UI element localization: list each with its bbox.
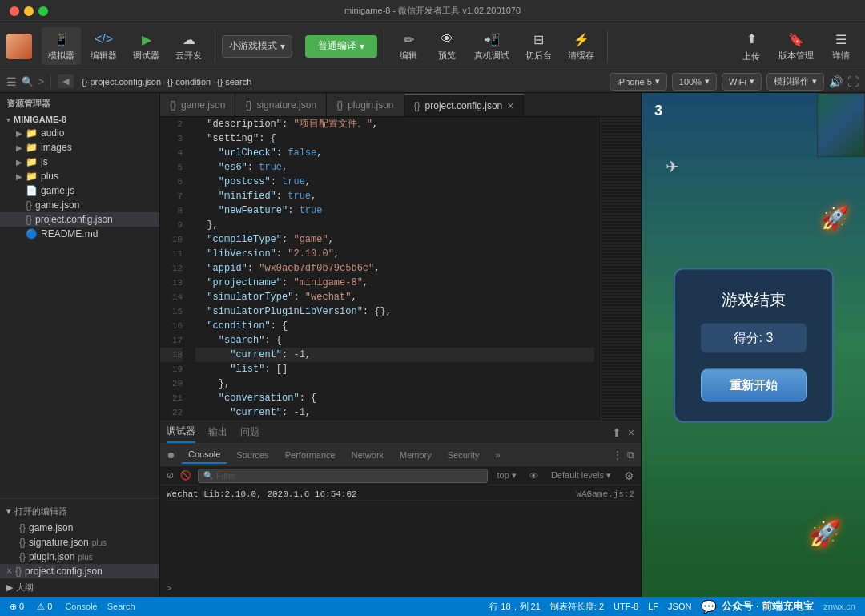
devtools-tab-network[interactable]: Network: [345, 447, 390, 463]
open-editors-title[interactable]: ▾ 打开的编辑器: [0, 502, 159, 521]
code-line: "urlCheck": false,: [195, 146, 594, 160]
realtest-btn[interactable]: 📲 真机调试: [468, 27, 516, 65]
window-title: minigame-8 - 微信开发者工具 v1.02.2001070: [344, 5, 521, 17]
version-btn[interactable]: 🔖 版本管理: [772, 27, 820, 65]
menu-icon[interactable]: ☰: [6, 75, 17, 88]
console-gear-icon[interactable]: ⚙: [624, 469, 634, 482]
maximize-button[interactable]: [38, 6, 48, 16]
editor-btn[interactable]: </> 编辑器: [84, 27, 123, 65]
file-tab-nav[interactable]: ◀: [58, 74, 74, 88]
cutback-btn[interactable]: ⊟ 切后台: [519, 27, 558, 65]
console-eye-icon[interactable]: 👁: [529, 471, 538, 481]
open-plugin-json[interactable]: {} plugin.json plus: [0, 550, 159, 564]
status-errors[interactable]: ⊕ 0: [10, 602, 24, 612]
edit-btn[interactable]: ✏ 编辑: [391, 27, 426, 65]
open-signature-json[interactable]: {} signature.json plus: [0, 535, 159, 550]
restart-button[interactable]: 重新开始: [701, 368, 807, 401]
devtools-tabs: ⏺ Console Sources Performance Network Me…: [160, 444, 641, 466]
clearcache-btn[interactable]: ⚡ 清缓存: [561, 27, 601, 65]
simulator-btn[interactable]: 📱 模拟器: [42, 27, 81, 65]
tree-project-root[interactable]: ▾ MINIGAME-8: [0, 113, 159, 126]
compile-btn[interactable]: 普通编译 ▾: [305, 35, 377, 58]
code-line: "setting": {: [195, 131, 594, 146]
devtools-record-icon[interactable]: ⏺: [167, 450, 175, 460]
console-levels[interactable]: Default levels ▾: [551, 470, 611, 481]
tree-plus[interactable]: ▶ 📁 plus: [0, 169, 159, 183]
minimize-button[interactable]: [24, 6, 34, 16]
filter-clear-icon[interactable]: ⊘: [167, 470, 174, 481]
tab-game-json[interactable]: {} game.json: [160, 94, 235, 116]
code-line: "appid": "wx0aeb7df0b79c5b6c",: [195, 261, 594, 276]
bottom-tab-console[interactable]: Console: [65, 602, 97, 611]
tree-game-js[interactable]: 📄 game.js: [0, 183, 159, 198]
device-dropdown[interactable]: iPhone 5 ▾: [610, 73, 666, 91]
search-sidebar-icon[interactable]: 🔍: [22, 76, 34, 87]
split-icon[interactable]: >: [38, 76, 44, 87]
preview-btn[interactable]: 👁 预览: [429, 27, 465, 65]
network-dropdown[interactable]: WiFi ▾: [722, 73, 762, 91]
code-content[interactable]: "description": "项目配置文件。", "setting": { "…: [189, 117, 601, 421]
minimap: [601, 117, 641, 421]
code-line: "postcss": true,: [195, 175, 594, 189]
code-line: "newFeature": true: [195, 203, 594, 218]
wechat-icon: 💬: [701, 599, 717, 614]
mode-dropdown[interactable]: 小游戏模式 ▾: [222, 35, 292, 58]
close-tab-icon[interactable]: ×: [507, 100, 513, 111]
code-line: "es6": true,: [195, 160, 594, 175]
open-project-config[interactable]: × {} project.config.json: [0, 564, 159, 578]
console-prompt[interactable]: >: [160, 581, 641, 597]
debugger-btn[interactable]: ▶ 调试器: [127, 27, 166, 65]
status-warnings[interactable]: ⚠ 0: [37, 602, 52, 612]
devtools-tab-performance[interactable]: Performance: [279, 447, 342, 463]
devtools-tab-sources[interactable]: Sources: [230, 447, 275, 463]
bottom-tab-search[interactable]: Search: [107, 602, 135, 611]
detail-btn[interactable]: ☰ 详情: [823, 27, 859, 65]
tab-project-config[interactable]: {} project.config.json ×: [404, 94, 525, 116]
edit-icon: ✏: [400, 30, 417, 48]
open-game-json[interactable]: {} game.json: [0, 521, 159, 535]
console-top-selector[interactable]: top ▾: [497, 470, 517, 481]
line-endings: LF: [648, 602, 658, 611]
version-icon: 🔖: [787, 30, 805, 48]
projectconfig-file-icon: {}: [26, 214, 32, 225]
code-line: "projectname": "minigame-8",: [195, 276, 594, 290]
user-avatar[interactable]: [6, 34, 32, 59]
tab-problems[interactable]: 问题: [240, 422, 260, 442]
preview-panel: 3 🚀 ✈ 游戏结束 得分: 3 重新开始 🚀: [641, 93, 865, 597]
tree-images[interactable]: ▶ 📁 images: [0, 140, 159, 155]
devtools-tab-security[interactable]: Security: [441, 447, 486, 463]
tree-game-json[interactable]: {} game.json: [0, 198, 159, 212]
devtools-tab-more[interactable]: »: [489, 447, 507, 463]
filter-block-icon[interactable]: 🚫: [180, 470, 191, 481]
clearcache-icon: ⚡: [573, 30, 590, 48]
tab-output[interactable]: 输出: [208, 422, 227, 442]
devtools-tab-console[interactable]: Console: [182, 446, 227, 464]
console-expand-icon[interactable]: ⬆: [612, 426, 622, 439]
tree-readme[interactable]: 🔵 README.md: [0, 227, 159, 241]
simulate-dropdown[interactable]: 模拟操作 ▾: [766, 73, 824, 91]
filter-input-container[interactable]: 🔍 Filter: [198, 469, 488, 483]
window-controls[interactable]: [10, 6, 48, 16]
upload-btn[interactable]: ⬆ 上传: [734, 26, 769, 66]
sound-icon[interactable]: 🔊: [829, 75, 843, 88]
devtools-settings-icon[interactable]: ⋮: [613, 449, 622, 461]
tree-project-config[interactable]: {} project.config.json: [0, 212, 159, 227]
code-line-highlighted: "current": -1,: [195, 348, 594, 362]
open-editors-section: ▾ 打开的编辑器 {} game.json {} signature.json …: [0, 498, 159, 597]
code-editor-panel[interactable]: 23456 7891011 1213141516 171819 202122 "…: [160, 117, 601, 421]
console-close-icon[interactable]: ×: [628, 426, 634, 439]
tab-plugin-json[interactable]: {} plugin.json: [327, 94, 404, 116]
game-over-title: 游戏结束: [701, 288, 807, 310]
devtools-tab-memory[interactable]: Memory: [393, 447, 438, 463]
zoom-dropdown[interactable]: 100% ▾: [672, 73, 717, 91]
tree-js[interactable]: ▶ 📁 js: [0, 155, 159, 169]
cloud-btn[interactable]: ☁ 云开发: [169, 27, 208, 65]
tab-debugger[interactable]: 调试器: [167, 421, 195, 443]
close-button[interactable]: [10, 6, 19, 16]
fullscreen-icon[interactable]: ⛶: [847, 75, 859, 88]
outline-title[interactable]: ▶ 大纲: [0, 578, 159, 597]
tab-signature-json[interactable]: {} signature.json: [235, 94, 327, 116]
devtools-detach-icon[interactable]: ⧉: [627, 449, 634, 461]
sidebar-controls: ☰ 🔍 >: [6, 75, 51, 88]
tree-audio[interactable]: ▶ 📁 audio: [0, 126, 159, 140]
